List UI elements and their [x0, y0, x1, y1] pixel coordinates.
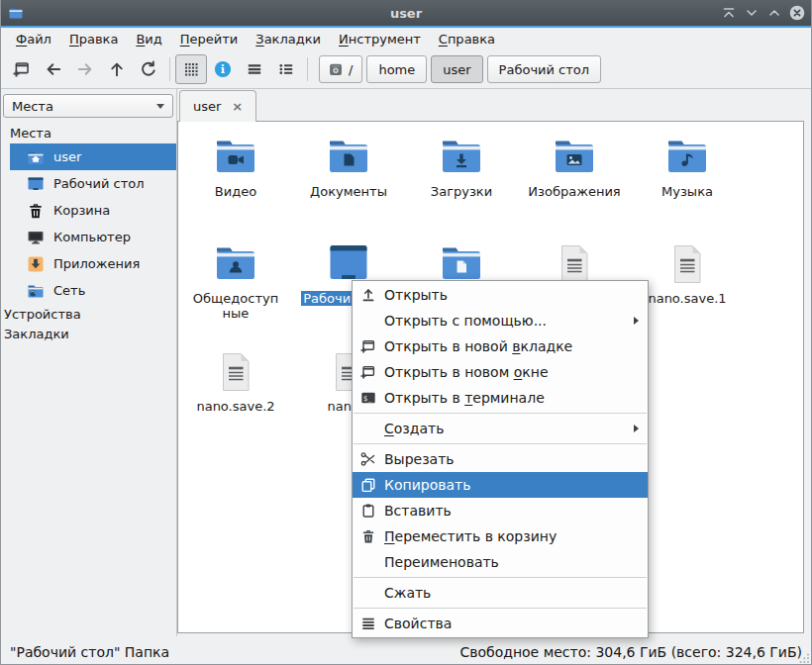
open-icon — [360, 287, 376, 303]
detailed-list-icon — [277, 60, 295, 78]
icon-spacer — [360, 421, 376, 436]
network-folder-icon — [27, 282, 45, 300]
resize-grip[interactable] — [798, 651, 810, 663]
icon-spacer — [360, 554, 376, 570]
context-menu-item-14[interactable]: Сжать — [353, 580, 648, 606]
context-menu-item-8[interactable]: Вырезать — [353, 446, 648, 472]
refresh-icon — [140, 60, 157, 78]
menu-bar: ФайлПравкаВидПерейтиЗакладкиИнструментСп… — [0, 28, 812, 50]
context-menu-item-2[interactable]: Открыть в новой вкладке — [353, 333, 648, 359]
back-button[interactable] — [38, 54, 69, 84]
folder-video-icon — [212, 134, 259, 181]
menubar-item-2[interactable]: Вид — [127, 30, 170, 48]
info-icon: i — [214, 60, 232, 78]
scissors-icon — [360, 451, 376, 467]
sidebar-item-4[interactable]: Приложения — [10, 250, 176, 277]
new-window-button[interactable] — [6, 54, 38, 84]
minimize-button[interactable] — [744, 5, 760, 21]
window-title: user — [0, 6, 812, 21]
close-button[interactable] — [789, 5, 805, 21]
folder-icon[interactable] — [8, 5, 24, 21]
sidebar-item-5[interactable]: Сеть — [10, 277, 176, 304]
info-button[interactable]: i — [207, 54, 239, 84]
icon-view-button[interactable] — [175, 54, 207, 84]
context-menu-item-10[interactable]: Вставить — [353, 498, 648, 523]
path-root-button[interactable]: / — [319, 55, 362, 83]
panel-selector[interactable]: Места — [3, 94, 173, 118]
forward-button — [69, 54, 101, 84]
sidebar-item-2[interactable]: Корзина — [10, 197, 176, 224]
desktop-icon — [27, 175, 45, 193]
arrow-left-icon — [45, 60, 62, 78]
context-menu-item-3[interactable]: Открыть в новом окне — [353, 359, 648, 385]
context-menu-item-12[interactable]: Переименовать — [353, 549, 648, 575]
file-item-0[interactable]: Видео — [179, 134, 292, 199]
icon-spacer — [360, 585, 376, 601]
trash-icon — [27, 202, 45, 220]
sidebar-item-0[interactable]: user — [10, 143, 176, 170]
tab-0[interactable]: user× — [179, 90, 256, 122]
up-button[interactable] — [101, 54, 133, 84]
arrow-right-icon — [76, 60, 94, 78]
svg-text:i: i — [221, 62, 225, 76]
menubar-item-6[interactable]: Справка — [430, 30, 504, 48]
path-segment-0[interactable]: home — [366, 55, 427, 83]
window-plus-icon — [360, 364, 376, 380]
context-menu-item-4[interactable]: $_Открыть в терминале — [353, 385, 648, 411]
sidebar-section-2[interactable]: Закладки — [0, 324, 176, 343]
file-item-10[interactable]: nano.save.2 — [179, 348, 292, 414]
drive-icon — [329, 62, 344, 77]
folder-documents-icon — [325, 134, 372, 181]
compact-view-button[interactable] — [239, 54, 270, 84]
menubar-item-0[interactable]: Файл — [7, 30, 60, 48]
menubar-item-3[interactable]: Перейти — [171, 30, 248, 48]
menu-separator — [354, 413, 647, 414]
menubar-item-5[interactable]: Инструмент — [330, 30, 430, 48]
path-segment-2[interactable]: Рабочий стол — [487, 55, 601, 83]
folder-images-icon — [551, 134, 598, 181]
status-bar: "Рабочий стол" Папка Свободное место: 30… — [0, 638, 812, 665]
compact-view-icon — [246, 60, 263, 78]
context-menu-item-6[interactable]: Создать — [353, 416, 648, 441]
context-menu-item-16[interactable]: Свойства — [353, 611, 648, 636]
file-item-1[interactable]: Документы — [292, 134, 405, 199]
path-segment-1[interactable]: user — [431, 55, 482, 83]
breadcrumb: /homeuserРабочий стол — [319, 55, 601, 83]
applications-icon — [27, 255, 45, 273]
sidebar-section-0[interactable]: Места — [0, 121, 176, 143]
menubar-item-1[interactable]: Правка — [60, 30, 127, 48]
context-menu-item-9[interactable]: Копировать — [353, 472, 648, 498]
folder-downloads-icon — [438, 134, 485, 181]
window-plus-icon — [360, 338, 376, 354]
maximize-button[interactable] — [766, 5, 782, 21]
menubar-item-4[interactable]: Закладки — [247, 30, 330, 48]
icon-spacer — [360, 313, 376, 329]
window-controls — [721, 0, 805, 26]
sidebar-section-1[interactable]: Устройства — [0, 304, 176, 324]
context-menu: ОткрытьОткрыть с помощью...Открыть в нов… — [352, 280, 649, 638]
tab-bar: user× — [177, 90, 804, 121]
menu-separator — [354, 577, 647, 578]
context-menu-item-1[interactable]: Открыть с помощью... — [353, 308, 648, 333]
terminal-icon: $_ — [360, 390, 376, 406]
tab-close-icon[interactable]: × — [232, 99, 243, 114]
detailed-list-button[interactable] — [270, 54, 302, 84]
context-menu-item-0[interactable]: Открыть — [353, 282, 648, 308]
shade-button[interactable] — [721, 5, 737, 21]
file-item-3[interactable]: Изображения — [518, 134, 631, 199]
menu-separator — [354, 608, 647, 609]
file-manager-window: user ФайлПравкаВидПерейтиЗакладкиИнструм… — [0, 0, 812, 665]
context-menu-item-11[interactable]: Переместить в корзину — [353, 523, 648, 549]
file-item-5[interactable]: Общедоступные — [179, 240, 292, 321]
sidebar-item-3[interactable]: Компьютер — [10, 224, 176, 250]
home-folder-icon — [27, 148, 45, 166]
arrow-up-icon — [108, 60, 126, 78]
file-item-2[interactable]: Загрузки — [405, 134, 518, 199]
reload-button[interactable] — [133, 54, 164, 84]
menu-separator — [354, 443, 647, 444]
toolbar-separator — [169, 57, 170, 81]
properties-icon — [360, 616, 376, 631]
computer-icon — [27, 229, 45, 246]
file-item-4[interactable]: Музыка — [631, 134, 744, 199]
sidebar-item-1[interactable]: Рабочий стол — [10, 170, 176, 197]
